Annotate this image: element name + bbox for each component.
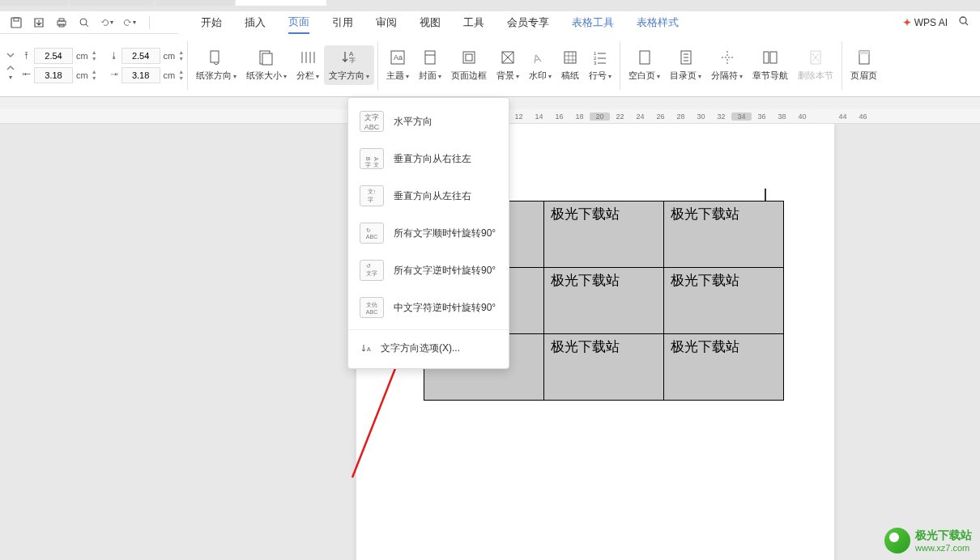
- border-icon: [460, 49, 478, 66]
- background-button[interactable]: 背景▾: [492, 45, 524, 85]
- menu-reference[interactable]: 引用: [332, 12, 353, 33]
- svg-text:A: A: [531, 51, 543, 66]
- tab-label: 找稿完模板: [96, 0, 144, 2]
- margin-left-input[interactable]: [34, 67, 73, 83]
- blank-page-button[interactable]: 空白页▾: [624, 45, 665, 85]
- dd-cn-rotate[interactable]: 文仿ABC 中文字符逆时针旋转90°: [348, 289, 509, 326]
- sep-icon: [718, 49, 736, 66]
- bg-icon: [499, 49, 517, 66]
- menu-review[interactable]: 审阅: [376, 12, 397, 33]
- watermark-logo-icon: [884, 528, 910, 554]
- paper-direction-button[interactable]: 纸张方向▾: [191, 45, 241, 85]
- dd-rotate-cw[interactable]: ↻ABC 所有文字顺时针旋转90°: [348, 214, 509, 252]
- tab-bar: ✕ s Office D 找稿完模板 W 秋天.docx W 文字文稿1 • +…: [0, 0, 980, 11]
- dd-vertical-rtl[interactable]: 文A字B 垂直方向从右往左: [348, 140, 509, 177]
- svg-rect-25: [764, 52, 769, 63]
- modified-dot: •: [313, 0, 317, 2]
- nav-icon: [761, 49, 779, 66]
- header-icon: [855, 49, 873, 66]
- menu-page[interactable]: 页面: [288, 11, 309, 34]
- table-cell[interactable]: 极光下载站: [544, 268, 664, 334]
- margin-right-input[interactable]: [121, 67, 160, 83]
- tab-template[interactable]: D 找稿完模板: [70, 0, 154, 6]
- table-cell[interactable]: 极光下载站: [664, 268, 784, 334]
- menu-start[interactable]: 开始: [201, 12, 222, 33]
- menu-table-tools[interactable]: 表格工具: [572, 12, 614, 33]
- menu-tools[interactable]: 工具: [463, 12, 484, 33]
- svg-rect-16: [466, 54, 472, 61]
- site-watermark: 极光下载站 www.xz7.com: [884, 528, 972, 554]
- ribbon: ▾ ⭱ cm ▲▼ ⭳ cm ▲▼ ⭰ cm ▲▼ ⭲ cm ▲▼ 纸张方向▾: [0, 34, 980, 97]
- text-direction-button[interactable]: A字 文字方向▾: [324, 45, 374, 85]
- save-icon[interactable]: [10, 16, 23, 29]
- spinner[interactable]: ▲▼: [92, 49, 97, 62]
- svg-rect-7: [211, 51, 219, 62]
- preview-icon[interactable]: [78, 16, 91, 29]
- svg-rect-9: [262, 53, 272, 65]
- margin-right-icon: ⭲: [110, 70, 118, 79]
- margin-left-icon: ⭰: [23, 70, 31, 79]
- dd-horizontal[interactable]: 文字ABC 水平方向: [348, 103, 509, 140]
- svg-rect-19: [565, 52, 576, 63]
- watermark-name: 极光下载站: [915, 528, 972, 543]
- tab-label: 秋天.docx: [181, 0, 224, 2]
- vertical-ltr-icon: 文↑字: [360, 185, 384, 206]
- spinner[interactable]: ▲▼: [178, 69, 184, 82]
- watermark-button[interactable]: A 水印▾: [524, 45, 556, 85]
- manuscript-button[interactable]: 稿纸: [556, 45, 584, 85]
- blank-icon: [636, 49, 654, 66]
- columns-button[interactable]: 分栏▾: [292, 45, 324, 85]
- svg-text:Aa: Aa: [394, 53, 403, 62]
- horizontal-icon: 文字ABC: [360, 111, 384, 132]
- table-cell[interactable]: 极光下载站: [664, 334, 784, 401]
- search-icon[interactable]: [957, 15, 970, 31]
- menu-insert[interactable]: 插入: [245, 12, 266, 33]
- export-icon[interactable]: [32, 16, 45, 29]
- vertical-rtl-icon: 文A字B: [360, 148, 384, 169]
- svg-rect-14: [425, 51, 435, 64]
- tab-office[interactable]: ✕ s Office: [0, 0, 68, 6]
- table-cell[interactable]: 极光下载站: [544, 202, 664, 268]
- cover-button[interactable]: 封面▾: [414, 45, 446, 85]
- chapter-nav-button[interactable]: 章节导航: [748, 45, 793, 85]
- svg-rect-3: [59, 19, 64, 21]
- dd-vertical-ltr[interactable]: 文↑字 垂直方向从左往右: [348, 177, 509, 214]
- theme-icon: Aa: [389, 49, 407, 66]
- svg-text:A: A: [367, 346, 371, 352]
- menu-view[interactable]: 视图: [420, 12, 441, 33]
- undo-icon[interactable]: ▾: [100, 16, 113, 29]
- rotate-cw-icon: ↻ABC: [360, 223, 384, 244]
- spinner[interactable]: ▲▼: [92, 69, 97, 82]
- page-border-button[interactable]: 页面边框: [446, 45, 492, 85]
- svg-point-6: [960, 17, 966, 23]
- cn-rotate-icon: 文仿ABC: [360, 297, 384, 318]
- linenum-icon: 123: [591, 49, 609, 66]
- wps-ai-button[interactable]: ✦WPS AI: [903, 17, 948, 28]
- manuscript-icon: [561, 49, 579, 66]
- svg-rect-29: [859, 51, 869, 54]
- tab-document-1[interactable]: W 秋天.docx: [156, 0, 234, 6]
- margin-bottom-input[interactable]: [121, 48, 160, 64]
- print-icon[interactable]: [55, 16, 68, 29]
- separator-button[interactable]: 分隔符▾: [706, 45, 748, 85]
- paper-size-button[interactable]: 纸张大小▾: [241, 45, 292, 85]
- redo-icon[interactable]: ▾: [123, 16, 136, 29]
- menu-member[interactable]: 会员专享: [507, 12, 549, 33]
- menu-table-style[interactable]: 表格样式: [637, 12, 679, 33]
- svg-rect-0: [11, 18, 21, 28]
- margin-controls: ⭱ cm ▲▼ ⭳ cm ▲▼ ⭰ cm ▲▼ ⭲ cm ▲▼: [23, 48, 184, 83]
- spinner[interactable]: ▲▼: [178, 49, 184, 62]
- dd-rotate-ccw[interactable]: ↺文字 所有文字逆时针旋转90°: [348, 252, 509, 289]
- ribbon-group-margins-btn[interactable]: ▾: [3, 34, 23, 96]
- delete-section-button: 删除本节: [793, 45, 838, 85]
- header-footer-button[interactable]: 页眉页: [846, 45, 882, 85]
- tab-document-2[interactable]: W 文字文稿1 •: [236, 0, 326, 6]
- add-tab-button[interactable]: +▾: [328, 0, 353, 2]
- line-number-button[interactable]: 123 行号▾: [584, 45, 616, 85]
- table-cell[interactable]: 极光下载站: [544, 334, 664, 401]
- table-cell[interactable]: 极光下载站: [664, 202, 784, 268]
- margin-top-input[interactable]: [34, 48, 73, 64]
- theme-button[interactable]: Aa 主题▾: [381, 45, 414, 85]
- toc-page-button[interactable]: 目录页▾: [665, 45, 706, 85]
- dd-options[interactable]: A 文字方向选项(X)...: [348, 333, 509, 363]
